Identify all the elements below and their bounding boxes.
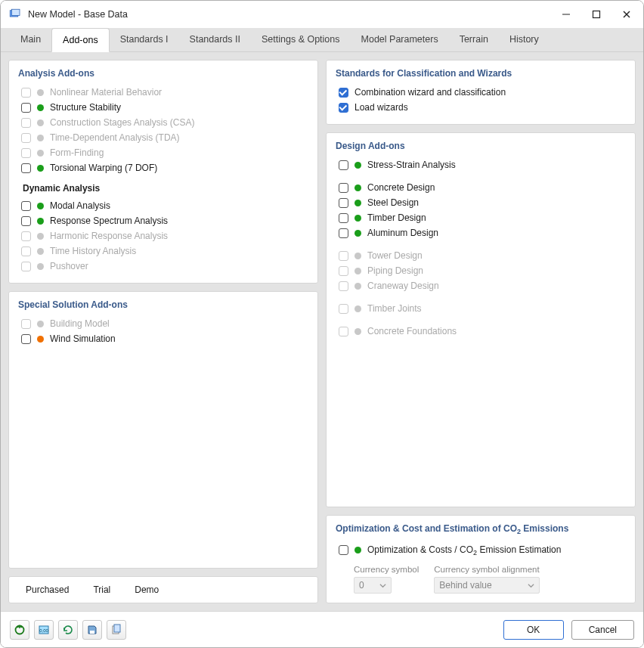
cancel-button[interactable]: Cancel [571, 620, 634, 640]
select-value: Behind value [439, 580, 491, 591]
status-dot-icon [37, 321, 44, 327]
currency-symbol-select[interactable]: 0 [354, 577, 392, 594]
checkbox[interactable] [339, 545, 348, 555]
checkbox[interactable] [339, 88, 348, 98]
item-label: Pushover [50, 261, 88, 271]
list-item: Stress-Strain Analysis [336, 157, 626, 172]
chevron-down-icon [379, 582, 386, 589]
tab-settings-options[interactable]: Settings & Options [251, 28, 351, 51]
status-dot-icon [355, 268, 361, 274]
checkbox[interactable] [21, 201, 31, 211]
item-label: Combination wizard and classification [355, 87, 506, 98]
status-dot-icon [37, 89, 44, 96]
item-label: Modal Analysis [50, 200, 110, 211]
list-item: Time History Analysis [18, 243, 308, 259]
checkbox[interactable] [21, 334, 31, 344]
item-label: Timber Joints [367, 303, 422, 314]
status-dot-icon [37, 336, 44, 343]
panel-title: Design Add-ons [336, 141, 626, 151]
currency-symbol-label: Currency symbol [354, 565, 419, 574]
svg-rect-1 [12, 9, 20, 15]
status-dot-icon [355, 230, 361, 237]
list-item: Aluminum Design [336, 225, 626, 240]
item-label: Time-Dependent Analysis (TDA) [50, 132, 180, 143]
panel-design-add-ons: Design Add-ons Stress-Strain Analysis Co… [326, 132, 636, 507]
checkbox [339, 266, 348, 276]
item-label: Piping Design [367, 265, 423, 276]
list-item: Pushover [18, 259, 308, 274]
svg-rect-9 [90, 631, 94, 634]
svg-text:0,00: 0,00 [39, 628, 48, 633]
dialog-footer: 0,00 OK Cancel [1, 611, 643, 647]
checkbox [21, 231, 31, 241]
checkbox[interactable] [339, 213, 348, 223]
currency-align-label: Currency symbol alignment [434, 565, 540, 574]
item-label: Steel Design [367, 197, 419, 208]
currency-align-select[interactable]: Behind value [434, 577, 540, 594]
checkbox[interactable] [339, 160, 348, 170]
list-item: Optimization & Costs / CO2 Emission Esti… [336, 542, 626, 559]
window-close-button[interactable] [616, 4, 637, 25]
checkbox [21, 246, 31, 256]
checkbox[interactable] [21, 216, 31, 226]
panel-title: Standards for Classification and Wizards [336, 68, 626, 79]
dialog-body: Analysis Add-ons Nonlinear Material Beha… [1, 52, 643, 611]
tab-standards-ii[interactable]: Standards II [179, 28, 251, 51]
list-item: Concrete Foundations [336, 324, 626, 339]
checkbox[interactable] [339, 183, 348, 193]
list-item: Building Model [18, 316, 308, 331]
item-label: Tower Design [367, 250, 423, 261]
status-dot-icon [355, 547, 361, 553]
checkbox [21, 148, 31, 158]
list-item: Craneway Design [336, 278, 626, 293]
status-dot-icon [37, 203, 44, 209]
window-maximize-button[interactable] [586, 4, 607, 25]
panel-analysis-add-ons: Analysis Add-ons Nonlinear Material Beha… [8, 60, 318, 284]
legend-label: Trial [93, 584, 110, 595]
panel-legend: Purchased Trial Demo [8, 576, 318, 603]
right-column: Standards for Classification and Wizards… [326, 60, 636, 603]
window-minimize-button[interactable] [556, 4, 577, 25]
list-item: Steel Design [336, 195, 626, 210]
checkbox[interactable] [339, 103, 348, 113]
tab-standards-i[interactable]: Standards I [110, 28, 179, 51]
item-label: Stress-Strain Analysis [367, 160, 456, 170]
list-item: Tower Design [336, 248, 626, 263]
footer-tool-refresh-icon[interactable] [58, 620, 78, 640]
tab-model-parameters[interactable]: Model Parameters [351, 28, 449, 51]
footer-tool-units-icon[interactable]: 0,00 [34, 620, 54, 640]
panel-optimization: Optimization & Cost and Estimation of CO… [326, 515, 636, 603]
list-item: Response Spectrum Analysis [18, 213, 308, 228]
footer-tool-save-icon[interactable] [82, 620, 102, 640]
checkbox[interactable] [21, 103, 31, 113]
list-item: Wind Simulation [18, 331, 308, 346]
tab-terrain[interactable]: Terrain [449, 28, 499, 51]
item-label: Concrete Foundations [367, 326, 457, 336]
item-label: Building Model [50, 318, 110, 329]
tab-add-ons[interactable]: Add-ons [51, 28, 110, 52]
list-item: Load wizards [336, 100, 626, 115]
tab-history[interactable]: History [499, 28, 550, 51]
status-dot-icon [355, 162, 361, 169]
list-item: Timber Joints [336, 301, 626, 316]
footer-tool-copy-icon[interactable] [107, 620, 126, 640]
panel-title: Optimization & Cost and Estimation of CO… [336, 523, 626, 535]
checkbox [21, 262, 31, 271]
list-item: Time-Dependent Analysis (TDA) [18, 130, 308, 145]
status-dot-icon [37, 119, 44, 126]
checkbox[interactable] [21, 163, 31, 173]
item-label: Timber Design [367, 212, 426, 223]
footer-tool-reset-icon[interactable] [10, 620, 29, 640]
tab-main[interactable]: Main [10, 28, 51, 51]
item-label: Optimization & Costs / CO2 Emission Esti… [367, 544, 561, 557]
list-item: Concrete Design [336, 180, 626, 195]
checkbox[interactable] [339, 198, 348, 208]
checkbox [339, 327, 348, 336]
ok-button[interactable]: OK [503, 620, 564, 640]
checkbox [339, 281, 348, 291]
panel-standards-wizards: Standards for Classification and Wizards… [326, 60, 636, 125]
status-dot-icon [37, 218, 44, 225]
checkbox[interactable] [339, 228, 348, 238]
status-dot-icon [37, 248, 44, 255]
panel-title: Analysis Add-ons [18, 68, 308, 79]
